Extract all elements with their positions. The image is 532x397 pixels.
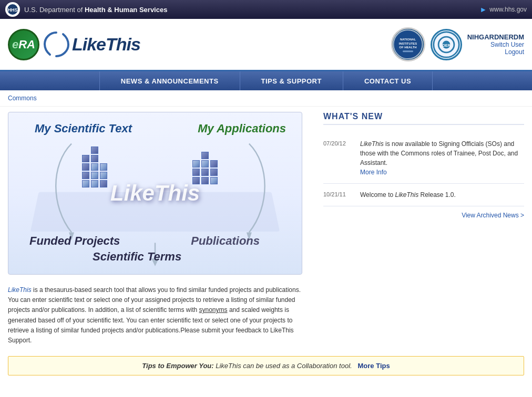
hhs-logo: HHS bbox=[5, 2, 20, 17]
svg-text:HHS: HHS bbox=[7, 7, 17, 13]
label-publications: Publications bbox=[191, 234, 260, 248]
cube-left bbox=[82, 147, 107, 187]
label-terms: Scientific Terms bbox=[93, 250, 181, 264]
description: LikeThis is a thesaurus-based search too… bbox=[8, 285, 302, 346]
svg-text:OF HEALTH: OF HEALTH bbox=[400, 46, 417, 49]
tips-bar: Tips to Empower You: LikeThis can be use… bbox=[8, 356, 524, 375]
svg-text:INSTITUTES: INSTITUTES bbox=[399, 42, 417, 45]
svg-rect-6 bbox=[403, 50, 413, 52]
left-panel: My Scientific Text My Applications bbox=[8, 112, 313, 346]
username: NIHGARDNERDM bbox=[467, 33, 524, 41]
era-logo: eRA bbox=[8, 29, 39, 60]
news-content-1: LikeThis is now available to Signing Off… bbox=[360, 139, 524, 177]
center-likethis: LikeThis bbox=[110, 181, 200, 206]
tips-prefix: Tips to Empower You: bbox=[142, 362, 216, 370]
logo-area: eRA LikeThis bbox=[8, 29, 140, 60]
nih-logo: NATIONAL INSTITUTES OF HEALTH bbox=[391, 27, 425, 61]
breadcrumb-commons[interactable]: Commons bbox=[8, 95, 37, 102]
nav-contact[interactable]: CONTACT US bbox=[343, 71, 433, 90]
navbar: NEWS & ANNOUNCEMENTS TIPS & SUPPORT CONT… bbox=[0, 71, 532, 90]
header: eRA LikeThis NATIONAL INSTITUTES OF HEAL… bbox=[0, 19, 532, 71]
nav-news[interactable]: NEWS & ANNOUNCEMENTS bbox=[99, 71, 240, 90]
more-tips-link[interactable]: More Tips bbox=[358, 362, 390, 370]
news-item-2: 10/21/11 Welcome to LikeThis Release 1.0… bbox=[323, 184, 524, 206]
view-archived-news-link[interactable]: View Archived News > bbox=[462, 212, 524, 219]
svg-text:OER: OER bbox=[442, 43, 451, 47]
right-panel: WHAT'S NEW 07/20/12 LikeThis is now avai… bbox=[323, 112, 524, 346]
right-logos-area: NATIONAL INSTITUTES OF HEALTH OER NIHGAR… bbox=[391, 27, 524, 61]
main-content: My Scientific Text My Applications bbox=[0, 107, 532, 351]
logout-link[interactable]: Logout bbox=[467, 48, 524, 56]
gov-bar: HHS U.S. Department of Health & Human Se… bbox=[0, 0, 532, 19]
news-date-2: 10/21/11 bbox=[323, 190, 352, 200]
likethis-header-logo: LikeThis bbox=[42, 30, 140, 59]
gov-bar-left: HHS U.S. Department of Health & Human Se… bbox=[5, 2, 167, 17]
user-info: NIHGARDNERDM Switch User Logout bbox=[467, 33, 524, 56]
news-content-2: Welcome to LikeThis Release 1.0. bbox=[360, 190, 524, 200]
gov-title: U.S. Department of Health & Human Servic… bbox=[24, 6, 167, 14]
news-date-1: 07/20/12 bbox=[323, 139, 352, 177]
archived-news-section: View Archived News > bbox=[323, 206, 524, 224]
more-info-link[interactable]: More Info bbox=[360, 169, 387, 176]
likethis-link[interactable]: LikeThis bbox=[8, 286, 32, 294]
oer-logo: OER bbox=[431, 29, 462, 60]
label-funded: Funded Projects bbox=[29, 234, 120, 248]
tips-content: LikeThis can be used as a Collaboration … bbox=[216, 362, 352, 370]
switch-user-link[interactable]: Switch User bbox=[467, 41, 524, 48]
gov-website: ► www.hhs.gov bbox=[479, 5, 527, 14]
news-item-1: 07/20/12 LikeThis is now available to Si… bbox=[323, 133, 524, 184]
arrow-icon: ► bbox=[479, 5, 487, 14]
nav-tips[interactable]: TIPS & SUPPORT bbox=[240, 71, 343, 90]
diagram: My Scientific Text My Applications bbox=[8, 112, 302, 275]
breadcrumb: Commons bbox=[0, 90, 532, 107]
cube-right bbox=[192, 152, 218, 184]
whats-new-title: WHAT'S NEW bbox=[323, 112, 524, 125]
svg-text:NATIONAL: NATIONAL bbox=[400, 38, 416, 41]
